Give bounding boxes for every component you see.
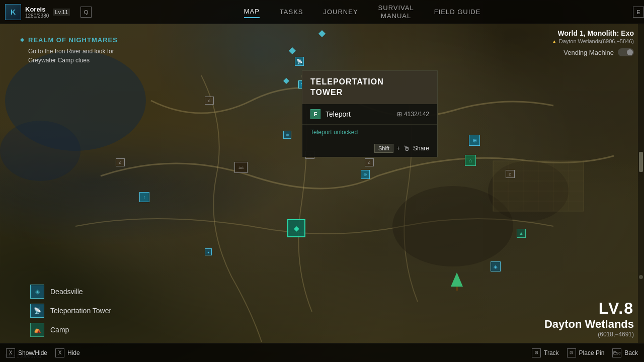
track-label: Track bbox=[544, 349, 559, 356]
map-tower-3[interactable]: ◆ bbox=[287, 219, 305, 237]
hide-label: Hide bbox=[67, 349, 80, 356]
key-e[interactable]: E bbox=[633, 7, 644, 18]
deadsville-icon: ◈ bbox=[30, 285, 44, 299]
show-hide-control[interactable]: X Show/Hide bbox=[6, 348, 47, 357]
deadsville-label: Deadsville bbox=[50, 288, 83, 296]
area-coordinates: (6018,−4691) bbox=[544, 331, 634, 338]
place-pin-key: ⊡ bbox=[567, 348, 576, 357]
track-key: ⊡ bbox=[532, 348, 541, 357]
teleport-share-bar: Shift + 🖱 Share bbox=[302, 140, 437, 157]
quest-bullet-icon bbox=[20, 38, 24, 42]
character-level: Lv.11 bbox=[53, 9, 70, 16]
teleport-label[interactable]: Teleport bbox=[326, 110, 392, 118]
map-legend: ◈ Deadsville 📡 Teleportation Tower ⛺ Cam… bbox=[30, 285, 111, 337]
teleport-coords: ⊞ 4132/142 bbox=[397, 111, 429, 118]
teleport-popup-title: TELEPORTATIONTOWER bbox=[302, 71, 437, 104]
map-icon-cluster2: ⊕ bbox=[361, 170, 370, 179]
character-xp: 1280/2380 bbox=[25, 13, 49, 19]
legend-item-camp: ⛺ Camp bbox=[30, 323, 111, 337]
world-location: ▲ Dayton Wetlands(6906,−5846) bbox=[552, 38, 634, 44]
map-cluster: ⌂⌂ bbox=[234, 162, 248, 173]
quest-description: Go to the Iron River and look forGreywat… bbox=[20, 47, 118, 65]
show-hide-key: X bbox=[6, 348, 15, 357]
place-pin-control[interactable]: ⊡ Place Pin bbox=[567, 348, 605, 357]
map-small-icon: ⊕ bbox=[283, 131, 291, 139]
quest-title: REALM OF NIGHTMARES bbox=[20, 36, 118, 44]
navigation-tabs: MAP TASKS JOURNEY SURVIVALMANUAL FIELD G… bbox=[96, 2, 629, 22]
tab-field-guide[interactable]: FIELD GUIDE bbox=[434, 6, 481, 18]
bottom-right-controls: ⊡ Track ⊡ Place Pin Esc Back bbox=[532, 348, 638, 357]
quest-panel: REALM OF NIGHTMARES Go to the Iron River… bbox=[20, 36, 118, 65]
legend-item-deadsville: ◈ Deadsville bbox=[30, 285, 111, 299]
character-avatar: K bbox=[5, 4, 21, 20]
map-marker-2 bbox=[319, 31, 325, 36]
character-name: Koreis bbox=[25, 6, 49, 13]
teleport-action-row: F Teleport ⊞ 4132/142 bbox=[302, 104, 437, 125]
map-pin-1 bbox=[283, 78, 289, 84]
character-info: K Koreis 1280/2380 Lv.11 bbox=[0, 4, 80, 20]
map-house-2: ⌂ bbox=[116, 158, 125, 166]
area-name: Dayton Wetlands bbox=[544, 318, 634, 331]
shift-key: Shift bbox=[374, 144, 393, 153]
map-icon-small: ● bbox=[205, 248, 212, 255]
map-tower-2[interactable]: ↑ bbox=[139, 192, 149, 202]
tab-journey[interactable]: JOURNEY bbox=[323, 6, 358, 18]
legend-item-teleport-tower: 📡 Teleportation Tower bbox=[30, 304, 111, 318]
map-tower-4[interactable]: ⊕ bbox=[469, 135, 480, 146]
hide-key: X bbox=[55, 348, 64, 357]
camp-legend-icon: ⛺ bbox=[30, 323, 44, 337]
place-pin-label: Place Pin bbox=[579, 349, 605, 356]
mouse-icon: 🖱 bbox=[403, 144, 410, 152]
world-info: World 1, Monolith: Exo ▲ Dayton Wetlands… bbox=[552, 29, 634, 56]
vending-toggle[interactable] bbox=[618, 48, 634, 56]
show-hide-label: Show/Hide bbox=[18, 349, 47, 356]
track-control[interactable]: ⊡ Track bbox=[532, 348, 559, 357]
scrollbar-thumb[interactable] bbox=[639, 152, 643, 172]
vending-label: Vending Machine bbox=[564, 49, 614, 56]
map-icon-right: ◈ bbox=[491, 261, 501, 272]
back-control[interactable]: Esc Back bbox=[612, 348, 638, 357]
map-house-5: ⌂ bbox=[506, 170, 515, 178]
map-antenna-icon: 📡 bbox=[295, 57, 304, 66]
share-button[interactable]: Share bbox=[413, 145, 429, 152]
teleportation-tower-popup: TELEPORTATIONTOWER F Teleport ⊞ 4132/142… bbox=[302, 70, 438, 157]
map-icon-mid: ▲ bbox=[517, 229, 526, 238]
map-tree-icon bbox=[449, 273, 464, 291]
bottom-left-controls: X Show/Hide X Hide bbox=[6, 348, 80, 357]
map-marker-1 bbox=[290, 48, 295, 53]
hide-control[interactable]: X Hide bbox=[55, 348, 80, 357]
teleport-key: F bbox=[310, 109, 320, 119]
map-house-4: ⌂ bbox=[365, 158, 374, 166]
vending-machine-row: Vending Machine bbox=[552, 48, 634, 56]
camp-legend-label: Camp bbox=[50, 326, 69, 334]
tab-map[interactable]: MAP bbox=[244, 6, 260, 18]
tab-survival-manual[interactable]: SURVIVALMANUAL bbox=[378, 2, 414, 22]
bottom-bar: X Show/Hide X Hide ⊡ Track ⊡ Place Pin E… bbox=[0, 343, 644, 362]
teleport-tower-legend-icon: 📡 bbox=[30, 304, 44, 318]
area-info: LV.8 Dayton Wetlands (6018,−4691) bbox=[544, 299, 634, 338]
map-house-6: ⌂ bbox=[465, 155, 476, 166]
plus-sign: + bbox=[396, 145, 400, 152]
teleport-unlocked-status: Teleport unlocked bbox=[302, 125, 437, 140]
vending-toggle-dot bbox=[627, 49, 633, 55]
back-label: Back bbox=[624, 349, 638, 356]
teleport-tower-legend-label: Teleportation Tower bbox=[50, 307, 111, 315]
map-house-1: ⌂ bbox=[205, 97, 214, 105]
map-scrollbar[interactable] bbox=[638, 24, 644, 343]
key-q[interactable]: Q bbox=[80, 7, 92, 18]
character-details: Koreis 1280/2380 bbox=[25, 6, 49, 19]
world-name: World 1, Monolith: Exo bbox=[552, 29, 634, 37]
tab-tasks[interactable]: TASKS bbox=[280, 6, 303, 18]
esc-key: Esc bbox=[612, 348, 621, 357]
area-level: LV.8 bbox=[544, 299, 634, 318]
scrollbar-dot bbox=[639, 275, 643, 279]
top-navigation-bar: K Koreis 1280/2380 Lv.11 Q MAP TASKS JOU… bbox=[0, 0, 644, 24]
